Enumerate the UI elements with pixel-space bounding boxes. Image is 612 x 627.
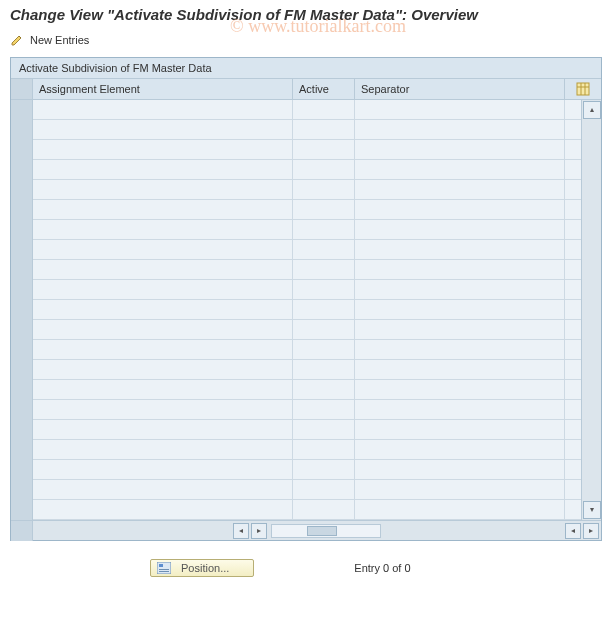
cell-active[interactable] [293, 320, 355, 340]
cell-assignment[interactable] [33, 200, 293, 220]
cell-active[interactable] [293, 100, 355, 120]
column-header-assignment[interactable]: Assignment Element [33, 79, 293, 99]
cell-assignment[interactable] [33, 460, 293, 480]
cell-assignment[interactable] [33, 100, 293, 120]
cell-separator[interactable] [355, 180, 565, 200]
row-selector[interactable] [11, 500, 33, 520]
table-row[interactable] [11, 120, 581, 140]
row-selector[interactable] [11, 240, 33, 260]
scroll-track[interactable] [582, 120, 601, 500]
cell-assignment[interactable] [33, 180, 293, 200]
vertical-scrollbar[interactable]: ▴ ▾ [581, 100, 601, 520]
table-row[interactable] [11, 400, 581, 420]
horizontal-scrollbar[interactable]: ◂ ▸ ◂ ▸ [11, 520, 601, 540]
table-row[interactable] [11, 440, 581, 460]
cell-active[interactable] [293, 380, 355, 400]
cell-assignment[interactable] [33, 220, 293, 240]
cell-assignment[interactable] [33, 480, 293, 500]
cell-active[interactable] [293, 260, 355, 280]
cell-assignment[interactable] [33, 420, 293, 440]
cell-active[interactable] [293, 140, 355, 160]
cell-separator[interactable] [355, 160, 565, 180]
cell-separator[interactable] [355, 200, 565, 220]
row-selector[interactable] [11, 440, 33, 460]
cell-assignment[interactable] [33, 380, 293, 400]
cell-assignment[interactable] [33, 500, 293, 520]
cell-separator[interactable] [355, 240, 565, 260]
cell-active[interactable] [293, 340, 355, 360]
row-selector[interactable] [11, 160, 33, 180]
cell-active[interactable] [293, 200, 355, 220]
table-row[interactable] [11, 320, 581, 340]
cell-separator[interactable] [355, 320, 565, 340]
row-selector[interactable] [11, 420, 33, 440]
row-selector[interactable] [11, 460, 33, 480]
column-header-active[interactable]: Active [293, 79, 355, 99]
scroll-up-button[interactable]: ▴ [583, 101, 601, 119]
cell-active[interactable] [293, 280, 355, 300]
cell-active[interactable] [293, 180, 355, 200]
cell-separator[interactable] [355, 400, 565, 420]
column-header-separator[interactable]: Separator [355, 79, 565, 99]
hscroll-track[interactable] [271, 524, 381, 538]
cell-separator[interactable] [355, 100, 565, 120]
table-row[interactable] [11, 140, 581, 160]
cell-separator[interactable] [355, 340, 565, 360]
cell-assignment[interactable] [33, 280, 293, 300]
row-selector[interactable] [11, 200, 33, 220]
table-row[interactable] [11, 420, 581, 440]
row-selector[interactable] [11, 100, 33, 120]
cell-assignment[interactable] [33, 340, 293, 360]
cell-separator[interactable] [355, 120, 565, 140]
row-selector[interactable] [11, 380, 33, 400]
cell-separator[interactable] [355, 360, 565, 380]
table-row[interactable] [11, 300, 581, 320]
table-row[interactable] [11, 380, 581, 400]
row-selector[interactable] [11, 280, 33, 300]
cell-separator[interactable] [355, 380, 565, 400]
cell-active[interactable] [293, 440, 355, 460]
cell-assignment[interactable] [33, 260, 293, 280]
position-button[interactable]: Position... [150, 559, 254, 577]
scroll-down-button[interactable]: ▾ [583, 501, 601, 519]
table-row[interactable] [11, 480, 581, 500]
row-selector[interactable] [11, 180, 33, 200]
cell-assignment[interactable] [33, 240, 293, 260]
cell-separator[interactable] [355, 260, 565, 280]
cell-separator[interactable] [355, 460, 565, 480]
row-selector[interactable] [11, 120, 33, 140]
hscroll-left-button[interactable]: ◂ [233, 523, 249, 539]
cell-assignment[interactable] [33, 400, 293, 420]
cell-active[interactable] [293, 400, 355, 420]
cell-assignment[interactable] [33, 360, 293, 380]
cell-active[interactable] [293, 160, 355, 180]
row-selector[interactable] [11, 220, 33, 240]
table-row[interactable] [11, 340, 581, 360]
table-row[interactable] [11, 360, 581, 380]
cell-active[interactable] [293, 460, 355, 480]
table-row[interactable] [11, 240, 581, 260]
cell-separator[interactable] [355, 480, 565, 500]
row-selector[interactable] [11, 260, 33, 280]
row-selector[interactable] [11, 320, 33, 340]
table-row[interactable] [11, 160, 581, 180]
cell-separator[interactable] [355, 140, 565, 160]
table-row[interactable] [11, 180, 581, 200]
cell-active[interactable] [293, 420, 355, 440]
hscroll-thumb[interactable] [307, 526, 337, 536]
cell-assignment[interactable] [33, 120, 293, 140]
new-entries-button[interactable]: New Entries [10, 33, 89, 47]
table-row[interactable] [11, 220, 581, 240]
hscroll-right-button-2[interactable]: ▸ [583, 523, 599, 539]
cell-assignment[interactable] [33, 140, 293, 160]
cell-active[interactable] [293, 300, 355, 320]
table-row[interactable] [11, 100, 581, 120]
cell-separator[interactable] [355, 440, 565, 460]
table-row[interactable] [11, 500, 581, 520]
row-selector[interactable] [11, 400, 33, 420]
cell-assignment[interactable] [33, 440, 293, 460]
cell-separator[interactable] [355, 420, 565, 440]
table-row[interactable] [11, 280, 581, 300]
row-selector[interactable] [11, 360, 33, 380]
cell-separator[interactable] [355, 280, 565, 300]
